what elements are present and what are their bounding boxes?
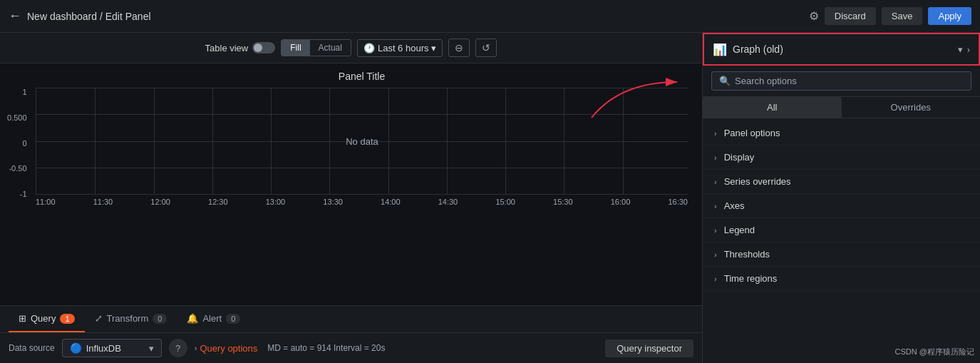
chevron-right-icon: › [714, 250, 717, 259]
option-time-regions[interactable]: › Time regions [703, 267, 980, 291]
no-data-label: No data [346, 136, 378, 146]
transform-tab-label: Transform [107, 313, 149, 324]
expand-icon[interactable]: › [967, 44, 970, 55]
back-button[interactable]: ← [9, 9, 21, 24]
watermark: CSDN @程序猿历险记 [895, 347, 974, 357]
y-label-3: 0 [7, 139, 27, 148]
info-button[interactable]: ? [169, 339, 187, 357]
top-bar-right: ⚙ Discard Save Apply [809, 7, 971, 25]
table-view-label: Table view [205, 43, 249, 53]
x-label-3: 12:00 [150, 198, 170, 206]
query-bar: ⊞ Query 1 ⤢ Transform 0 🔔 Alert 0 Data s… [0, 305, 702, 363]
chevron-right-icon: › [714, 153, 717, 162]
query-meta: MD = auto = 914 Interval = 20s [267, 343, 385, 353]
query-tab-icon: ⊞ [19, 313, 26, 324]
settings-icon[interactable]: ⚙ [809, 9, 819, 23]
chart-toolbar: Table view Fill Actual 🕐 Last 6 hours ▾ … [0, 33, 702, 63]
grid-line-v-5 [329, 88, 330, 194]
grid-line-v-9 [564, 88, 564, 194]
search-icon: 🔍 [719, 76, 731, 86]
chevron-right-icon: › [195, 344, 197, 352]
option-label: Time regions [724, 273, 778, 284]
transform-tab-icon: ⤢ [95, 313, 103, 324]
y-label-5: -1 [7, 190, 27, 198]
tab-query[interactable]: ⊞ Query 1 [9, 306, 85, 332]
chevron-right-icon: › [714, 178, 717, 186]
alert-tab-badge: 0 [226, 314, 240, 324]
top-bar: ← New dashboard / Edit Panel ⚙ Discard S… [0, 0, 980, 33]
actual-button[interactable]: Actual [310, 40, 351, 56]
grid-line-v-10 [623, 88, 624, 194]
query-tab-badge: 1 [60, 314, 74, 324]
chevron-down-icon: ▾ [431, 43, 436, 53]
query-options-link[interactable]: › Query options [195, 343, 258, 354]
search-input[interactable]: Search options [735, 76, 797, 86]
query-options-label: Query options [200, 343, 257, 354]
left-panel: Table view Fill Actual 🕐 Last 6 hours ▾ … [0, 33, 702, 363]
discard-button[interactable]: Discard [825, 7, 876, 25]
tab-alert[interactable]: 🔔 Alert 0 [177, 306, 250, 332]
fill-button[interactable]: Fill [282, 40, 309, 56]
tab-transform[interactable]: ⤢ Transform 0 [85, 306, 177, 332]
options-tabs: All Overrides [703, 97, 980, 118]
save-button[interactable]: Save [882, 7, 923, 25]
x-label-10: 15:30 [553, 198, 573, 206]
table-view-toggle[interactable] [252, 42, 275, 53]
time-range-label: Last 6 hours [378, 43, 429, 53]
chevron-right-icon: › [714, 202, 717, 210]
alert-tab-label: Alert [202, 313, 222, 324]
option-label: Series overrides [724, 176, 791, 187]
option-series-overrides[interactable]: › Series overrides [703, 170, 980, 194]
options-list: › Panel options › Display › Series overr… [703, 118, 980, 363]
grid-line-h-4 [36, 168, 688, 168]
toggle-knob [254, 44, 262, 52]
table-view-group: Table view [205, 42, 276, 53]
search-input-wrap[interactable]: 🔍 Search options [711, 71, 971, 91]
grid-line-v-7 [447, 88, 448, 194]
chevron-right-icon: › [714, 226, 717, 235]
query-inspector-button[interactable]: Query inspector [605, 339, 693, 357]
tab-overrides[interactable]: Overrides [842, 97, 981, 118]
search-options: 🔍 Search options [703, 66, 980, 97]
option-legend[interactable]: › Legend [703, 218, 980, 242]
fill-actual-group: Fill Actual [281, 39, 351, 56]
x-axis: 11:00 11:30 12:00 12:30 13:00 13:30 14:0… [36, 198, 688, 206]
option-label: Panel options [724, 128, 780, 138]
chart-container: Panel Title 1 0.500 0 -0.50 -1 [0, 63, 702, 305]
option-label: Axes [724, 200, 745, 211]
x-label-8: 14:30 [438, 198, 458, 206]
grid-line-v-2 [154, 88, 155, 194]
tab-all[interactable]: All [703, 97, 842, 118]
influxdb-icon: 🔵 [70, 342, 82, 354]
main-layout: Table view Fill Actual 🕐 Last 6 hours ▾ … [0, 33, 980, 363]
x-label-4: 12:30 [208, 198, 228, 206]
x-label-9: 15:00 [495, 198, 515, 206]
time-range-picker[interactable]: 🕐 Last 6 hours ▾ [357, 39, 443, 57]
option-axes[interactable]: › Axes [703, 194, 980, 218]
grid-line-v-6 [388, 88, 389, 194]
y-label-2: 0.500 [7, 113, 27, 122]
x-label-11: 16:00 [611, 198, 631, 206]
option-panel-options[interactable]: › Panel options [703, 121, 980, 145]
right-panel: 📊 Graph (old) ▾ › 🔍 Search options All O… [702, 33, 980, 363]
apply-button[interactable]: Apply [928, 7, 971, 25]
grid-line-v-1 [95, 88, 96, 194]
datasource-select[interactable]: 🔵 InfluxDB ▾ [62, 339, 162, 357]
option-label: Thresholds [724, 249, 770, 260]
refresh-button[interactable]: ↺ [475, 39, 497, 57]
y-label-4: -0.50 [7, 164, 27, 173]
x-label-5: 13:00 [266, 198, 286, 206]
panel-type-icon: 📊 [713, 43, 727, 56]
top-bar-left: ← New dashboard / Edit Panel [9, 9, 803, 24]
option-display[interactable]: › Display [703, 145, 980, 170]
x-label-6: 13:30 [323, 198, 343, 206]
chart-title: Panel Title [36, 71, 688, 82]
option-thresholds[interactable]: › Thresholds [703, 242, 980, 267]
query-options-row: Data source 🔵 InfluxDB ▾ ? › Query optio… [0, 333, 702, 363]
grid-line-h-1 [36, 88, 688, 88]
zoom-button[interactable]: ⊖ [448, 39, 470, 57]
chevron-down-icon[interactable]: ▾ [958, 44, 963, 55]
datasource-name: InfluxDB [86, 343, 121, 354]
chart-area: No data [36, 88, 688, 195]
transform-tab-badge: 0 [153, 314, 167, 324]
